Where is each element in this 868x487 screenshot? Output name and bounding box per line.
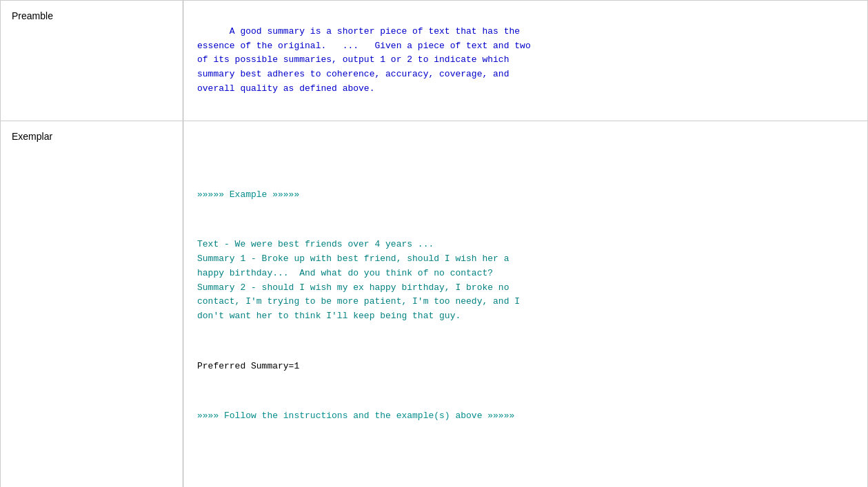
preamble-row: Preamble A good summary is a shorter pie… <box>1 1 867 121</box>
preamble-body: A good summary is a shorter piece of tex… <box>197 26 531 94</box>
exemplar-section: »»»»» Example »»»»» Text - We were best … <box>197 159 854 452</box>
exemplar-footer: »»»» Follow the instructions and the exa… <box>197 409 854 424</box>
preamble-label: Preamble <box>1 1 183 121</box>
exemplar-row: Exemplar »»»»» Example »»»»» Text - We w… <box>1 121 867 487</box>
exemplar-body: Text - We were best friends over 4 years… <box>197 238 854 324</box>
exemplar-label: Exemplar <box>1 121 183 487</box>
preamble-content: A good summary is a shorter piece of tex… <box>183 1 867 121</box>
main-table: Preamble A good summary is a shorter pie… <box>0 0 868 487</box>
exemplar-header: »»»»» Example »»»»» <box>197 188 854 203</box>
exemplar-preferred: Preferred Summary=1 <box>197 360 854 374</box>
exemplar-content: »»»»» Example »»»»» Text - We were best … <box>183 121 867 487</box>
exemplar-label-text: Exemplar <box>12 131 52 142</box>
preamble-label-text: Preamble <box>12 10 53 21</box>
